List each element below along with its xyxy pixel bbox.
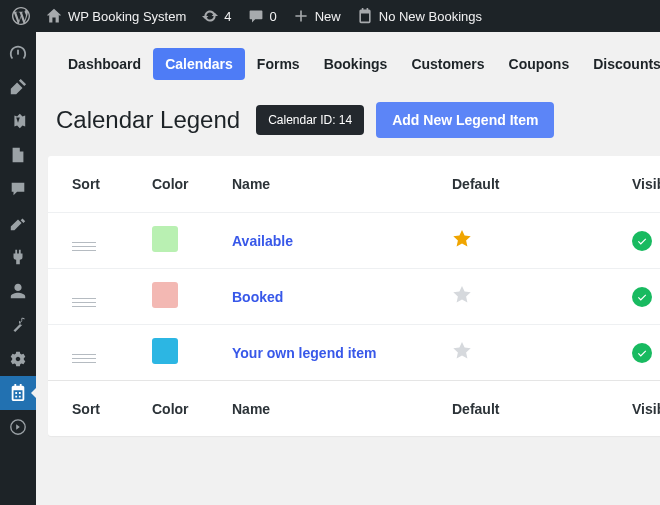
color-swatch [152, 282, 178, 308]
col-name: Name [232, 176, 452, 192]
sidebar-dashboard[interactable] [0, 36, 36, 70]
sidebar-plugins[interactable] [0, 240, 36, 274]
tab-discounts[interactable]: Discounts [581, 48, 660, 80]
table-header: Sort Color Name Default Visible [48, 156, 660, 212]
bookings-notice-text: No New Bookings [379, 9, 482, 24]
tab-forms[interactable]: Forms [245, 48, 312, 80]
new-label: New [315, 9, 341, 24]
legend-item-name-link[interactable]: Available [232, 233, 293, 249]
color-swatch [152, 338, 178, 364]
default-star-icon[interactable] [452, 285, 472, 308]
comments-count: 0 [270, 9, 277, 24]
drag-handle-icon[interactable] [72, 354, 96, 363]
sidebar-tools[interactable] [0, 308, 36, 342]
default-star-icon[interactable] [452, 341, 472, 364]
col-default: Default [452, 401, 632, 417]
table-footer: Sort Color Name Default Visible [48, 380, 660, 436]
sidebar-settings[interactable] [0, 342, 36, 376]
col-color: Color [152, 176, 232, 192]
page-header: Calendar Legend Calendar ID: 14 Add New … [48, 94, 660, 156]
col-visible: Visible [632, 176, 660, 192]
sidebar-media[interactable] [0, 104, 36, 138]
tab-dashboard[interactable]: Dashboard [56, 48, 153, 80]
table-row: Booked [48, 268, 660, 324]
legend-item-name-link[interactable]: Your own legend item [232, 345, 376, 361]
sidebar-pages[interactable] [0, 138, 36, 172]
admin-sidebar [0, 32, 36, 505]
updates-count: 4 [224, 9, 231, 24]
col-default: Default [452, 176, 632, 192]
color-swatch [152, 226, 178, 252]
drag-handle-icon[interactable] [72, 242, 96, 251]
sidebar-users[interactable] [0, 274, 36, 308]
col-color: Color [152, 401, 232, 417]
col-name: Name [232, 401, 452, 417]
visible-check-icon [632, 287, 652, 307]
new-content-link[interactable]: New [285, 0, 349, 32]
admin-toolbar: WP Booking System 4 0 New No New Booking… [0, 0, 660, 32]
site-home[interactable]: WP Booking System [38, 0, 194, 32]
tab-bookings[interactable]: Bookings [312, 48, 400, 80]
col-sort: Sort [72, 401, 152, 417]
sidebar-posts[interactable] [0, 70, 36, 104]
tab-customers[interactable]: Customers [399, 48, 496, 80]
comments-link[interactable]: 0 [240, 0, 285, 32]
table-row: Your own legend item [48, 324, 660, 380]
visible-check-icon [632, 343, 652, 363]
sidebar-wp-booking-system[interactable] [0, 376, 36, 410]
tab-calendars[interactable]: Calendars [153, 48, 245, 80]
drag-handle-icon[interactable] [72, 298, 96, 307]
visible-check-icon [632, 231, 652, 251]
legend-item-name-link[interactable]: Booked [232, 289, 283, 305]
legend-table: Sort Color Name Default Visible Availabl… [48, 156, 660, 436]
wp-logo[interactable] [4, 0, 38, 32]
col-sort: Sort [72, 176, 152, 192]
sidebar-comments[interactable] [0, 172, 36, 206]
add-legend-item-button[interactable]: Add New Legend Item [376, 102, 554, 138]
sidebar-collapse[interactable] [0, 410, 36, 444]
updates-link[interactable]: 4 [194, 0, 239, 32]
tab-coupons[interactable]: Coupons [497, 48, 582, 80]
table-row: Available [48, 212, 660, 268]
plugin-tabs: Dashboard Calendars Forms Bookings Custo… [48, 32, 660, 94]
sidebar-appearance[interactable] [0, 206, 36, 240]
page-title: Calendar Legend [56, 106, 240, 134]
main-content: Dashboard Calendars Forms Bookings Custo… [36, 32, 660, 505]
default-star-icon[interactable] [452, 229, 472, 252]
site-title: WP Booking System [68, 9, 186, 24]
col-visible: Visible [632, 401, 660, 417]
bookings-notice[interactable]: No New Bookings [349, 0, 490, 32]
calendar-id-badge: Calendar ID: 14 [256, 105, 364, 135]
